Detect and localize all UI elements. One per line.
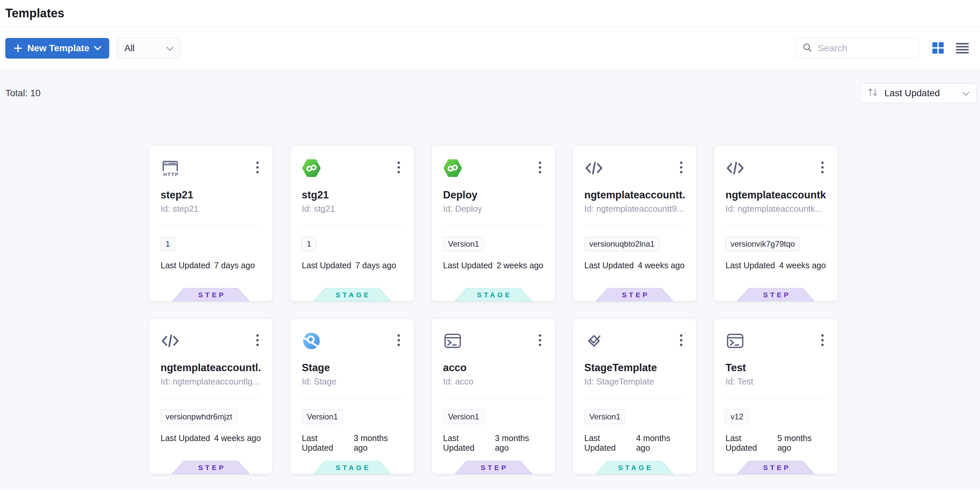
version-chip: versionvik7g79tqo (725, 237, 800, 251)
template-id: Id: stg21 (302, 204, 402, 214)
card-menu-button[interactable] (254, 159, 261, 177)
cd-icon (443, 159, 462, 178)
last-updated-value: 4 months ago (636, 433, 685, 453)
terminal-icon (443, 331, 462, 350)
last-updated: Last Updated 4 weeks ago (161, 433, 261, 443)
card-menu-button[interactable] (819, 331, 826, 349)
last-updated-label: Last Updated (584, 261, 634, 270)
version-chip: versionuqbto2lna1 (584, 237, 660, 251)
sort-dropdown[interactable]: Last Updated (860, 83, 977, 103)
template-type-label: STEP (595, 288, 674, 301)
last-updated-label: Last Updated (443, 261, 493, 270)
template-card[interactable]: Test Id: Test v12 Last Updated 5 months … (714, 319, 837, 474)
template-card[interactable]: stg21 Id: stg21 1 Last Updated 7 days ag… (291, 146, 414, 301)
stage-icon (302, 331, 321, 350)
card-menu-button[interactable] (395, 331, 402, 349)
new-template-label: New Template (27, 43, 89, 54)
last-updated: Last Updated 4 months ago (584, 433, 685, 453)
card-menu-button[interactable] (254, 331, 261, 349)
template-id: Id: ngtemplateaccountk... (725, 204, 826, 214)
template-name: acco (443, 362, 544, 374)
template-type-label: STEP (737, 461, 815, 474)
template-type-filter[interactable]: All (117, 38, 181, 59)
code-icon (161, 331, 180, 350)
template-card[interactable]: HTTP step21 Id: step21 1 Last Updated 7 … (149, 146, 272, 301)
last-updated: Last Updated 4 weeks ago (725, 261, 826, 270)
list-view-icon (955, 41, 969, 56)
card-menu-button[interactable] (678, 159, 685, 177)
new-template-button[interactable]: New Template (5, 38, 109, 59)
last-updated-value: 2 weeks ago (497, 261, 543, 270)
template-type-label: STAGE (454, 288, 533, 301)
last-updated-value: 3 months ago (495, 433, 544, 453)
version-chip: v12 (725, 409, 748, 424)
template-card[interactable]: Stage Id: Stage Version1 Last Updated 3 … (291, 319, 414, 474)
template-type-badge: STAGE (454, 288, 533, 301)
template-card[interactable]: StageTemplate Id: StageTemplate Version1… (573, 319, 696, 474)
template-type-badge: STEP (595, 288, 674, 301)
card-menu-button[interactable] (536, 159, 544, 177)
last-updated-label: Last Updated (443, 433, 491, 453)
version-chip: Version1 (443, 409, 484, 424)
template-card[interactable]: ngtemplateaccountk... Id: ngtemplateacco… (714, 146, 837, 301)
last-updated-value: 4 weeks ago (214, 433, 261, 443)
total-count: Total: 10 (5, 83, 41, 98)
last-updated-label: Last Updated (161, 261, 210, 270)
template-id: Id: acco (443, 376, 544, 387)
template-id: Id: step21 (161, 204, 261, 214)
grid-view-button[interactable] (931, 41, 945, 56)
list-view-button[interactable] (955, 41, 969, 56)
template-type-badge: STEP (172, 288, 250, 301)
template-type-badge: STAGE (313, 288, 391, 301)
last-updated-value: 4 weeks ago (779, 261, 826, 270)
template-type-badge: STEP (172, 461, 250, 474)
template-name: ngtemplateaccountl... (161, 362, 261, 374)
template-type-label: STEP (737, 288, 815, 301)
last-updated: Last Updated 5 months ago (725, 433, 826, 453)
chevron-down-icon (963, 88, 970, 98)
template-name: Deploy (443, 189, 544, 201)
template-id: Id: Deploy (443, 204, 544, 214)
template-card[interactable]: acco Id: acco Version1 Last Updated 3 mo… (432, 319, 555, 474)
card-menu-button[interactable] (819, 159, 826, 177)
last-updated: Last Updated 3 months ago (302, 433, 402, 453)
template-type-label: STAGE (595, 461, 674, 474)
last-updated: Last Updated 7 days ago (161, 261, 261, 270)
card-menu-button[interactable] (395, 159, 402, 177)
toolbar: New Template All (0, 27, 980, 70)
diamond-check-icon (584, 331, 604, 350)
search-icon (802, 43, 813, 54)
template-name: ngtemplateaccountk... (725, 189, 826, 201)
view-toggles (931, 41, 969, 56)
cd-icon (302, 159, 321, 178)
template-card[interactable]: ngtemplateaccountl... Id: ngtemplateacco… (149, 319, 272, 474)
last-updated-value: 7 days ago (355, 261, 396, 270)
search-input[interactable] (818, 43, 938, 54)
version-chip: 1 (302, 237, 316, 251)
grid-view-icon (931, 41, 945, 56)
template-card[interactable]: ngtemplateaccountt... Id: ngtemplateacco… (573, 146, 696, 301)
template-type-badge: STAGE (313, 461, 391, 474)
template-type-label: STEP (172, 288, 250, 301)
template-card[interactable]: Deploy Id: Deploy Version1 Last Updated … (432, 146, 555, 301)
template-type-badge: STEP (454, 461, 533, 474)
template-id: Id: ngtemplateaccountlg... (161, 376, 261, 387)
last-updated-label: Last Updated (725, 261, 775, 270)
card-menu-button[interactable] (678, 331, 685, 349)
last-updated-label: Last Updated (725, 433, 773, 453)
page-header: Templates (0, 0, 980, 27)
plus-icon (13, 44, 23, 53)
last-updated-label: Last Updated (302, 261, 352, 270)
http-icon: HTTP (161, 159, 180, 178)
terminal-icon (725, 331, 745, 350)
sort-arrows-icon (867, 87, 878, 100)
template-name: StageTemplate (584, 362, 685, 374)
template-id: Id: Stage (302, 376, 402, 387)
card-menu-button[interactable] (536, 331, 544, 349)
filter-value: All (124, 43, 135, 54)
code-icon (725, 159, 745, 178)
template-card-grid: HTTP step21 Id: step21 1 Last Updated 7 … (149, 146, 980, 474)
last-updated-value: 7 days ago (214, 261, 255, 270)
last-updated-label: Last Updated (584, 433, 632, 453)
last-updated-label: Last Updated (161, 433, 210, 443)
